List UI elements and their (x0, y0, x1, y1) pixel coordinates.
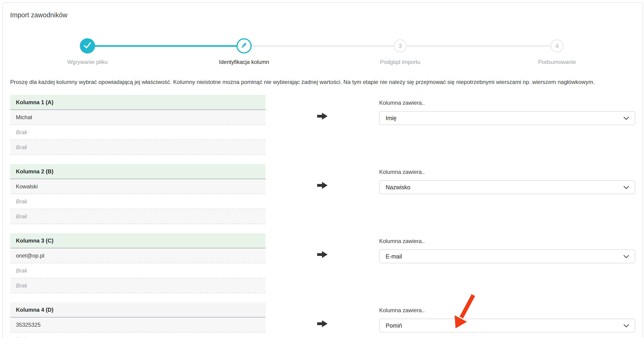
mapping-row-column-3: Kolumna 3 (C) onet@op.pl Brak Brak Kolum… (10, 233, 635, 293)
column-2-preview-table: Kolumna 2 (B) Kowalski Brak Brak (10, 164, 266, 224)
column-header: Kolumna 1 (A) (10, 95, 266, 110)
step-1-circle[interactable] (80, 38, 95, 53)
column-1-mapping: Kolumna zawiera.. Imię (379, 95, 635, 155)
chevron-down-icon (623, 184, 629, 191)
table-row: Brak (10, 333, 266, 338)
arrow-zone (266, 303, 379, 338)
column-1-preview-table: Kolumna 1 (A) Michał Brak Brak (10, 95, 266, 155)
mapping-label: Kolumna zawiera.. (379, 169, 635, 175)
check-icon (84, 42, 91, 50)
column-2-field-select[interactable]: Nazwisko (379, 180, 635, 194)
arrow-right-icon (317, 319, 328, 328)
table-row: Michał (10, 110, 266, 125)
selected-value: Pomiń (386, 322, 402, 329)
step-2-circle[interactable] (236, 38, 252, 53)
column-3-mapping: Kolumna zawiera.. E-mail (379, 233, 635, 293)
mapping-label: Kolumna zawiera.. (379, 307, 635, 314)
column-4-preview-table: Kolumna 4 (D) 35325325 Brak (10, 303, 266, 338)
selected-value: Nazwisko (386, 184, 410, 191)
mapping-label: Kolumna zawiera.. (379, 238, 635, 244)
step-3-label: Podgląd importu (352, 58, 449, 65)
instruction-text: Proszę dla każdej kolumny wybrać opowiad… (10, 79, 635, 85)
table-row: Brak (10, 263, 266, 278)
step-2-label: Identyfikacja kolumn (196, 58, 292, 65)
table-row: Brak (10, 278, 266, 293)
import-wizard-card: Import zawodników (2, 2, 643, 338)
column-header: Kolumna 3 (C) (10, 233, 266, 248)
mapping-row-column-4: Kolumna 4 (D) 35325325 Brak Kolumna zawi… (10, 303, 635, 338)
table-row: 35325325 (10, 318, 266, 333)
step-4-number: 4 (556, 42, 559, 49)
pencil-icon (240, 42, 248, 50)
chevron-down-icon (623, 115, 629, 121)
table-row: Kowalski (10, 179, 266, 194)
mapping-label: Kolumna zawiera.. (379, 100, 635, 106)
column-2-mapping: Kolumna zawiera.. Nazwisko (379, 164, 635, 224)
column-header: Kolumna 2 (B) (10, 164, 266, 179)
step-3-number: 3 (398, 42, 402, 49)
mapping-row-column-1: Kolumna 1 (A) Michał Brak Brak Kolumna z… (10, 95, 635, 155)
chevron-down-icon (623, 253, 629, 260)
arrow-right-icon (317, 250, 328, 259)
column-1-field-select[interactable]: Imię (379, 111, 635, 125)
page-title: Import zawodników (10, 11, 635, 19)
step-4-label: Podsumowanie (508, 58, 606, 65)
table-row: Brak (10, 194, 266, 209)
column-3-field-select[interactable]: E-mail (379, 250, 635, 263)
step-1-label: Wgrywanie pliku (39, 58, 136, 65)
table-row: Brak (10, 140, 266, 155)
step-3-circle[interactable]: 3 (394, 39, 407, 52)
arrow-right-icon (317, 181, 328, 190)
table-row: onet@op.pl (10, 248, 266, 263)
chevron-down-icon (623, 322, 629, 329)
arrow-zone (266, 164, 379, 224)
selected-value: E-mail (386, 253, 402, 260)
mapping-row-column-2: Kolumna 2 (B) Kowalski Brak Brak Kolumna… (10, 164, 635, 224)
table-row: Brak (10, 209, 266, 224)
column-4-mapping: Kolumna zawiera.. Pomiń (379, 303, 635, 338)
selected-value: Imię (386, 115, 396, 121)
column-3-preview-table: Kolumna 3 (C) onet@op.pl Brak Brak (10, 233, 266, 293)
annotation-red-arrow-icon (448, 292, 480, 334)
column-4-field-select[interactable]: Pomiń (379, 319, 635, 333)
wizard-stepper: 3 4 Wgrywanie pliku Identyfikacja kolumn… (10, 30, 635, 70)
table-row: Brak (10, 125, 266, 140)
arrow-right-icon (317, 112, 328, 121)
arrow-zone (266, 233, 379, 293)
stepper-track-completed (88, 45, 244, 47)
arrow-zone (266, 95, 379, 155)
step-4-circle[interactable]: 4 (550, 39, 564, 52)
column-header: Kolumna 4 (D) (10, 303, 266, 318)
